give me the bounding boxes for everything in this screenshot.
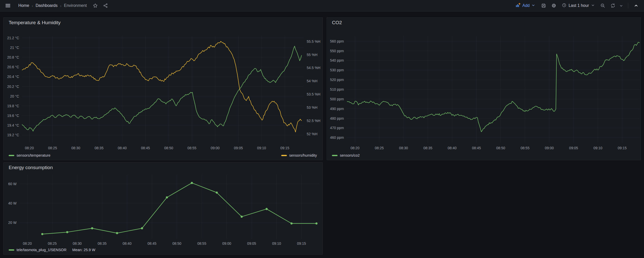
x-axis-tick-label: 09:05 xyxy=(569,146,578,150)
top-navbar: Home › Dashboards › Environment Add xyxy=(0,0,644,11)
x-axis-tick-label: 09:15 xyxy=(280,146,289,150)
chart-co2[interactable]: 08:2008:2508:3008:3508:4008:4508:5008:55… xyxy=(327,18,641,160)
y-axis-left-tick-label: 520 ppm xyxy=(330,78,344,82)
legend-series-label: tele/tasmota_plug_1/SENSOR xyxy=(17,248,66,252)
data-point-marker xyxy=(290,222,292,224)
y-axis-right-tick-label: 54.5 %H xyxy=(307,66,320,70)
x-axis-tick-label: 08:20 xyxy=(351,146,359,150)
y-axis-left-tick-label: 500 ppm xyxy=(330,97,344,101)
legend-item-sensors-co2[interactable]: sensors/co2 xyxy=(332,153,360,157)
data-point-marker xyxy=(41,233,43,235)
breadcrumb-dashboards[interactable]: Dashboards xyxy=(36,3,58,8)
x-axis-tick-label: 08:50 xyxy=(172,241,181,246)
zoom-out-time-button[interactable] xyxy=(599,2,607,9)
x-axis-tick-label: 08:30 xyxy=(73,241,82,246)
breadcrumb-separator: › xyxy=(60,4,61,8)
x-axis-tick-label: 09:10 xyxy=(257,146,266,150)
y-axis-left-tick-label: 20 °C xyxy=(10,94,19,98)
x-axis-tick-label: 08:25 xyxy=(375,146,384,150)
caret-down-icon xyxy=(619,4,623,8)
data-point-marker xyxy=(265,208,267,210)
legend-item-tele-tasmota-plug-1-SENSOR[interactable]: tele/tasmota_plug_1/SENSORMean: 25.9 W xyxy=(9,248,95,252)
time-range-label: Last 1 hour xyxy=(569,3,589,8)
data-point-marker xyxy=(216,192,218,194)
y-axis-left-tick-label: 19.8 °C xyxy=(7,104,19,108)
y-axis-right-tick-label: 54 %H xyxy=(307,79,317,83)
y-axis-left-tick-label: 19.4 °C xyxy=(7,123,19,127)
legend-item-sensors-temperature[interactable]: sensors/temperature xyxy=(9,153,50,157)
breadcrumb-separator: › xyxy=(32,4,33,8)
x-axis-tick-label: 08:45 xyxy=(147,241,156,246)
y-axis-left-tick-label: 20.4 °C xyxy=(7,75,19,79)
y-axis-right-tick-label: 53 %H xyxy=(307,105,317,110)
add-button[interactable]: Add xyxy=(513,2,537,10)
y-axis-left-tick-label: 480 ppm xyxy=(330,116,344,120)
x-axis-tick-label: 09:15 xyxy=(297,241,306,246)
dashboard-settings-button[interactable] xyxy=(550,2,558,9)
series-line-tele-tasmota-plug-1-SENSOR xyxy=(42,183,316,234)
share-icon xyxy=(103,3,108,8)
save-dashboard-button[interactable] xyxy=(540,2,547,9)
chart-temp-humidity[interactable]: 08:2008:2508:3008:3508:4008:4508:5008:55… xyxy=(4,18,323,160)
caret-down-icon xyxy=(531,3,535,8)
data-point-marker xyxy=(191,182,193,184)
breadcrumb: Home › Dashboards › Environment xyxy=(18,3,87,8)
x-axis-tick-label: 08:35 xyxy=(423,146,432,150)
x-axis-tick-label: 08:55 xyxy=(520,146,529,150)
x-axis-tick-label: 09:00 xyxy=(211,146,220,150)
clock-icon xyxy=(562,3,567,9)
data-point-marker xyxy=(116,232,118,234)
data-point-marker xyxy=(166,196,168,198)
add-button-label: Add xyxy=(522,3,529,8)
x-axis-tick-label: 08:50 xyxy=(164,146,173,150)
x-axis-tick-label: 09:00 xyxy=(222,241,231,246)
gear-icon xyxy=(551,3,556,8)
time-range-picker[interactable]: Last 1 hour xyxy=(560,2,596,10)
x-axis-tick-label: 08:30 xyxy=(399,146,408,150)
x-axis-tick-label: 08:25 xyxy=(48,146,57,150)
zoom-out-icon xyxy=(600,3,605,8)
x-axis-tick-label: 08:35 xyxy=(98,241,106,246)
chart-energy[interactable]: 08:2008:2508:3008:3508:4008:4508:5008:55… xyxy=(4,162,323,255)
favorite-button[interactable] xyxy=(91,2,99,9)
y-axis-right-tick-label: 55 %H xyxy=(307,53,317,57)
collapse-navbar-button[interactable] xyxy=(632,2,640,9)
x-axis-tick-label: 08:40 xyxy=(118,146,127,150)
legend-series-label: sensors/humidity xyxy=(289,153,317,157)
y-axis-left-tick-label: 540 ppm xyxy=(330,58,344,62)
x-axis-tick-label: 09:00 xyxy=(545,146,554,150)
x-axis-tick-label: 09:15 xyxy=(618,146,627,150)
refresh-dashboard-button[interactable] xyxy=(609,2,617,9)
y-axis-left-tick-label: 19.2 °C xyxy=(7,133,19,137)
y-axis-left-tick-label: 460 ppm xyxy=(330,135,344,140)
y-axis-left-tick-label: 20.6 °C xyxy=(7,65,19,69)
panel-legend: tele/tasmota_plug_1/SENSORMean: 25.9 W xyxy=(9,248,317,252)
y-axis-right-tick-label: 55.5 %H xyxy=(307,39,320,44)
share-button[interactable] xyxy=(102,2,109,9)
panel-temp-humidity: Temperature & Humidity08:2008:2508:3008:… xyxy=(3,17,323,160)
x-axis-tick-label: 08:20 xyxy=(25,146,34,150)
legend-item-sensors-humidity[interactable]: sensors/humidity xyxy=(281,153,317,157)
legend-series-swatch xyxy=(9,155,14,156)
panel-co2: CO208:2008:2508:3008:3508:4008:4508:5008… xyxy=(327,17,641,160)
y-axis-left-tick-label: 530 ppm xyxy=(330,68,344,72)
x-axis-tick-label: 08:40 xyxy=(123,241,131,246)
y-axis-left-tick-label: 560 ppm xyxy=(330,39,344,43)
x-axis-tick-label: 08:45 xyxy=(141,146,150,150)
x-axis-tick-label: 09:05 xyxy=(247,241,256,246)
breadcrumb-home[interactable]: Home xyxy=(18,3,29,8)
data-point-marker xyxy=(241,216,243,218)
y-axis-left-tick-label: 20 W xyxy=(8,221,17,225)
x-axis-tick-label: 08:25 xyxy=(48,241,57,246)
panel-energy: Energy consumption08:2008:2508:3008:3508… xyxy=(3,162,323,255)
legend-series-swatch xyxy=(332,155,338,156)
x-axis-tick-label: 08:20 xyxy=(23,241,32,246)
breadcrumb-current-dashboard[interactable]: Environment xyxy=(64,3,87,8)
y-axis-left-tick-label: 20.2 °C xyxy=(7,85,19,89)
menu-button[interactable] xyxy=(4,2,12,9)
legend-series-mean-value: Mean: 25.9 W xyxy=(72,248,95,252)
y-axis-left-tick-label: 19.6 °C xyxy=(7,114,19,118)
legend-series-swatch xyxy=(281,155,287,156)
refresh-interval-dropdown[interactable] xyxy=(618,2,624,9)
legend-series-label: sensors/temperature xyxy=(17,153,50,157)
